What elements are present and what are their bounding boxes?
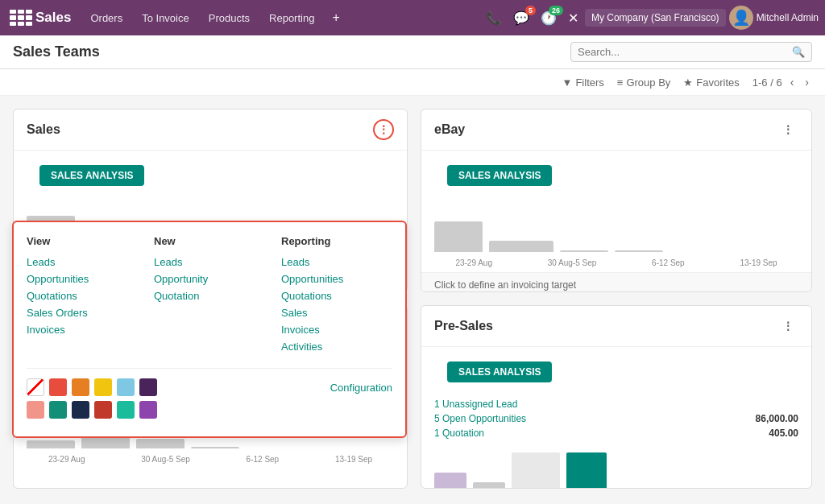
prev-page-button[interactable]: ‹ [787,74,798,90]
view-opportunities-link[interactable]: Opportunities [27,271,138,287]
avatar[interactable]: 👤 [729,6,753,30]
pagination-label: 1-6 / 6 [752,76,782,89]
reporting-leads-link[interactable]: Leads [281,254,392,271]
opportunities-link[interactable]: 5 Open Opportunities [434,413,526,424]
ebay-card-title: eBay [434,122,465,137]
filter-icon: ▼ [562,76,573,89]
opportunities-row: 5 Open Opportunities 86,000.00 [434,411,798,426]
topnav-icons: 📞 💬 5 🕐 26 ✕ [483,7,582,29]
add-menu-button[interactable]: + [325,7,346,28]
ebay-chart-labels: 23-29 Aug 30 Aug-5 Sep 6-12 Sep 13-19 Se… [421,258,811,272]
sales-analysis-button[interactable]: SALES ANALYSIS [39,165,144,186]
color-yellow[interactable] [94,378,112,396]
color-green[interactable] [117,401,135,419]
reporting-opportunities-link[interactable]: Opportunities [281,271,392,287]
company-selector[interactable]: My Company (San Francisco) [585,9,726,27]
bar-1 [434,473,466,489]
groupby-icon: ≡ [617,76,624,89]
color-lightred[interactable] [27,401,44,419]
sales-card-menu[interactable]: ⋮ [373,119,394,140]
quotation-value: 405.00 [769,428,798,439]
favorites-button[interactable]: ★ Favorites [683,76,739,89]
bar-1 [434,221,483,252]
view-leads-link[interactable]: Leads [27,254,138,271]
bar-4 [566,452,607,489]
next-page-button[interactable]: › [802,74,812,90]
presales-card-title: Pre-Sales [434,319,493,333]
bar-3 [136,439,184,448]
color-teal[interactable] [49,401,67,419]
bar-3 [512,452,560,489]
reporting-quotations-link[interactable]: Quotations [281,287,392,304]
presales-card-header: Pre-Sales ⋮ [421,306,811,347]
context-dropdown: View Leads Opportunities Quotations Sale… [12,221,407,438]
brand-label[interactable]: Sales [35,10,71,26]
view-invoices-link[interactable]: Invoices [27,321,138,338]
nav-toinvoice[interactable]: To Invoice [134,9,197,27]
ebay-chart [421,194,811,258]
unassigned-lead-link[interactable]: 1 Unassigned Lead [434,399,517,410]
search-input[interactable] [578,46,792,58]
bar-4 [615,250,663,252]
quotation-row: 1 Quotation 405.00 [434,426,798,440]
new-col-title: New [154,235,265,247]
bar-1 [27,440,75,448]
color-purple[interactable] [139,401,157,419]
presales-card-menu[interactable]: ⋮ [777,316,798,337]
chat-badge: 5 [525,6,536,15]
view-quotations-link[interactable]: Quotations [27,287,138,304]
color-row-1 [27,378,157,396]
reporting-invoices-link[interactable]: Invoices [281,321,392,338]
reporting-activities-link[interactable]: Activities [281,338,392,355]
color-orange[interactable] [72,378,89,396]
pagination: 1-6 / 6 ‹ › [752,74,812,90]
apps-menu[interactable] [6,6,29,29]
view-salesorders-link[interactable]: Sales Orders [27,304,138,321]
bar-3 [560,250,608,252]
ebay-card-menu[interactable]: ⋮ [777,119,798,140]
color-lightblue[interactable] [117,378,135,396]
color-row-2 [27,401,157,419]
chat-icon[interactable]: 💬 5 [510,7,533,29]
ebay-card-footer[interactable]: Click to define an invoicing target [421,272,811,292]
ebay-analysis-button[interactable]: SALES ANALYSIS [447,165,552,186]
activity-badge: 26 [549,6,563,15]
filters-button[interactable]: ▼ Filters [562,76,604,89]
quotation-link[interactable]: 1 Quotation [434,428,484,439]
groupby-button[interactable]: ≡ Group By [617,76,671,89]
phone-icon[interactable]: 📞 [483,7,505,29]
topnav: Sales Orders To Invoice Products Reporti… [0,0,825,35]
new-quotation-link[interactable]: Quotation [154,287,265,304]
dropdown-divider [27,368,392,369]
color-navy[interactable] [72,401,89,419]
filterbar: ▼ Filters ≡ Group By ★ Favorites 1-6 / 6… [0,69,825,96]
presales-team-card: Pre-Sales ⋮ SALES ANALYSIS 1 Unassigned … [421,305,812,489]
color-darkpurple[interactable] [139,378,157,396]
dropdown-columns: View Leads Opportunities Quotations Sale… [27,235,392,355]
dropdown-bottom: Configuration [27,378,392,423]
nav-orders[interactable]: Orders [82,9,131,27]
activity-icon[interactable]: 🕐 26 [537,7,560,29]
user-name[interactable]: Mitchell Admin [757,12,819,23]
color-red[interactable] [49,378,67,396]
color-none[interactable] [27,378,44,396]
page-title: Sales Teams [13,43,570,60]
close-icon[interactable]: ✕ [565,7,582,29]
new-opportunity-link[interactable]: Opportunity [154,271,265,287]
new-leads-link[interactable]: Leads [154,254,265,271]
nav-products[interactable]: Products [201,9,258,27]
configuration-link[interactable]: Configuration [330,378,392,394]
search-icon[interactable]: 🔍 [792,46,805,58]
main-content: Sales ⋮ SALES ANALYSIS 23-29 Aug 30 Aug-… [0,96,825,502]
nav-reporting[interactable]: Reporting [261,9,322,27]
ebay-team-card: eBay ⋮ SALES ANALYSIS 23-29 Aug 30 Aug-5… [421,109,812,292]
reporting-col-title: Reporting [281,235,392,247]
unassigned-row: 1 Unassigned Lead [434,397,798,411]
reporting-sales-link[interactable]: Sales [281,304,392,321]
search-box: 🔍 [570,42,812,62]
presales-info: 1 Unassigned Lead 5 Open Opportunities 8… [421,390,811,447]
presales-analysis-button[interactable]: SALES ANALYSIS [447,361,552,382]
northam-chart-labels: 23-29 Aug 30 Aug-5 Sep 6-12 Sep 13-19 Se… [14,455,407,469]
color-pink[interactable] [94,401,112,419]
subheader: Sales Teams 🔍 [0,35,825,69]
